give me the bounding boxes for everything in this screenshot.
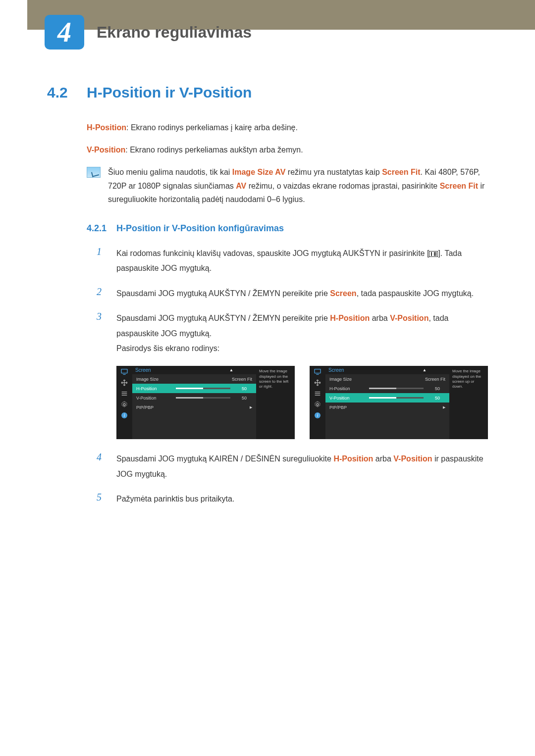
up-arrow-icon: ▲	[229, 368, 233, 372]
chapter-title: Ekrano reguliavimas	[97, 23, 252, 42]
osd-row-imagesize: Image Size Screen Fit	[325, 374, 449, 384]
step-text: Spausdami JOG mygtuką AUKŠTYN / ŽEMYN pe…	[116, 286, 474, 301]
move-icon	[120, 379, 129, 386]
step-3: 3 Spausdami JOG mygtuką AUKŠTYN / ŽEMYN …	[97, 311, 488, 356]
svg-point-5	[123, 403, 125, 405]
move-icon	[313, 379, 322, 386]
right-arrow-icon: ▶	[250, 405, 252, 409]
svg-rect-8	[315, 369, 321, 373]
svg-point-13	[317, 403, 319, 405]
page-content: 4.2 H-Position ir V-Position H-Position:…	[0, 64, 535, 526]
slider-bar	[176, 388, 230, 389]
step-2: 2 Spausdami JOG mygtuką AUKŠTYN / ŽEMYN …	[97, 286, 488, 301]
osd-sidebar: i	[116, 366, 132, 439]
section-title: H-Position ir V-Position	[87, 84, 252, 101]
osd-row-hposition-selected: H-Position 50	[132, 384, 256, 393]
list-icon	[120, 390, 129, 397]
section-number: 4.2	[47, 84, 87, 101]
menu-icon	[429, 251, 438, 257]
note-block: Šiuo meniu galima naudotis, tik kai Imag…	[87, 165, 488, 206]
chapter-header: 4 Ekrano reguliavimas	[0, 15, 535, 50]
osd-row-pip: PIP/PBP ▶	[325, 403, 449, 412]
section-heading: 4.2 H-Position ir V-Position	[47, 84, 488, 101]
subsection-title: H-Position ir V-Position konfigūravimas	[116, 223, 284, 234]
step-number: 5	[97, 492, 116, 506]
svg-text:i: i	[317, 413, 319, 418]
osd-hposition: i Screen ▲ Image Size Screen Fit H-Posit…	[116, 366, 295, 439]
h-position-text: : Ekrano rodinys perkeliamas į kairę arb…	[126, 123, 298, 132]
step-number: 4	[97, 452, 116, 482]
osd-row-imagesize: Image Size Screen Fit	[132, 374, 256, 384]
v-position-text: : Ekrano rodinys perkeliamas aukštyn arb…	[125, 146, 303, 154]
h-position-description: H-Position: Ekrano rodinys perkeliamas į…	[87, 121, 488, 134]
step-4: 4 Spausdami JOG mygtuką KAIRĖN / DEŠINĖN…	[97, 452, 488, 482]
osd-title: Screen	[328, 367, 344, 373]
step-text: Pažymėta parinktis bus pritaikyta.	[116, 492, 234, 506]
step-1: 1 Kai rodomas funkcinių klavišų vadovas,…	[97, 246, 488, 276]
step-number: 1	[97, 246, 116, 276]
gear-icon	[120, 401, 129, 408]
slider-bar	[369, 397, 424, 399]
note-text: Šiuo meniu galima naudotis, tik kai Imag…	[108, 165, 488, 206]
osd-titlebar: Screen ▲	[132, 366, 256, 374]
svg-text:i: i	[124, 413, 125, 418]
info-icon: i	[313, 412, 322, 419]
gear-icon	[313, 401, 322, 408]
step-number: 2	[97, 286, 116, 301]
slider-bar	[369, 388, 424, 389]
osd-sidebar: i	[310, 366, 325, 439]
h-position-label: H-Position	[87, 123, 126, 132]
info-icon: i	[120, 412, 129, 419]
svg-rect-0	[121, 369, 127, 373]
monitor-icon	[313, 368, 322, 375]
step-text: Spausdami JOG mygtuką KAIRĖN / DEŠINĖN s…	[116, 452, 488, 482]
step-text: Kai rodomas funkcinių klavišų vadovas, s…	[116, 246, 488, 276]
osd-main: Screen ▲ Image Size Screen Fit H-Positio…	[325, 366, 449, 439]
osd-row-pip: PIP/PBP ▶	[132, 403, 256, 412]
osd-title: Screen	[135, 367, 151, 373]
note-icon	[87, 167, 101, 178]
osd-vposition: i Screen ▲ Image Size Screen Fit H-Posit…	[310, 366, 488, 439]
osd-help-text: Move the image displayed on the screen t…	[256, 366, 295, 439]
v-position-label: V-Position	[87, 146, 125, 154]
osd-help-text: Move the image displayed on the screen u…	[449, 366, 488, 439]
subsection-number: 4.2.1	[87, 223, 116, 234]
right-arrow-icon: ▶	[443, 405, 445, 409]
chapter-number-badge: 4	[45, 15, 84, 50]
step-text: Spausdami JOG mygtuką AUKŠTYN / ŽEMYN pe…	[116, 311, 488, 356]
osd-row-vposition-selected: V-Position 50	[325, 393, 449, 403]
up-arrow-icon: ▲	[423, 368, 427, 372]
osd-main: Screen ▲ Image Size Screen Fit H-Positio…	[132, 366, 256, 439]
osd-titlebar: Screen ▲	[325, 366, 449, 374]
step-5: 5 Pažymėta parinktis bus pritaikyta.	[97, 492, 488, 506]
subsection-heading: 4.2.1 H-Position ir V-Position konfigūra…	[87, 223, 488, 234]
slider-bar	[176, 397, 230, 399]
list-icon	[313, 390, 322, 397]
osd-row-vposition: V-Position 50	[132, 393, 256, 403]
v-position-description: V-Position: Ekrano rodinys perkeliamas a…	[87, 143, 488, 156]
osd-screenshots: i Screen ▲ Image Size Screen Fit H-Posit…	[116, 366, 488, 439]
monitor-icon	[120, 368, 129, 375]
osd-row-hposition: H-Position 50	[325, 384, 449, 393]
step-number: 3	[97, 311, 116, 356]
